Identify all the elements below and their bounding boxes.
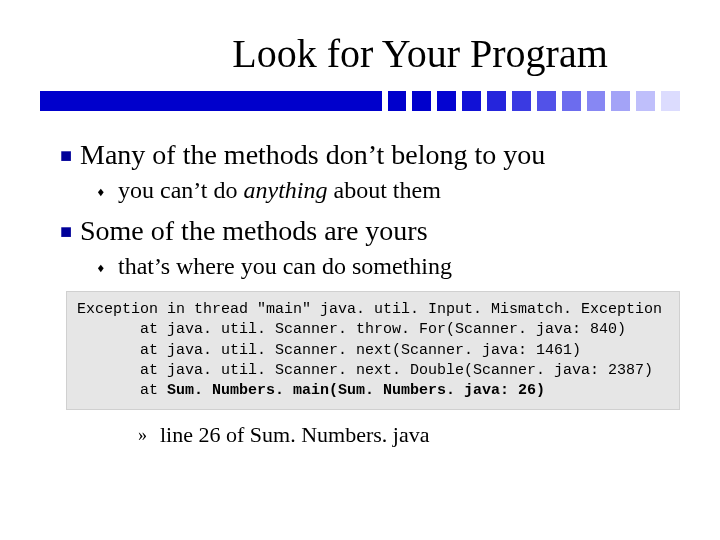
stripe-block	[388, 91, 407, 111]
diamond-bullet-icon: ⬧	[96, 253, 118, 281]
square-bullet-icon: ■	[60, 215, 80, 247]
stripe-block	[587, 91, 606, 111]
stripe-block	[636, 91, 655, 111]
stripe-block	[512, 91, 531, 111]
code-line: at java. util. Scanner. next. Double(Sca…	[77, 362, 653, 379]
stripe-block	[611, 91, 630, 111]
code-line: at java. util. Scanner. next(Scanner. ja…	[77, 342, 581, 359]
stack-trace-box: Exception in thread "main" java. util. I…	[66, 291, 680, 410]
stripe-block	[661, 91, 680, 111]
bullet-level2: ⬧ that’s where you can do something	[96, 253, 680, 281]
bullet-level2: ⬧ you can’t do anything about them	[96, 177, 680, 205]
bullet-level3: » line 26 of Sum. Numbers. java	[138, 422, 680, 448]
decorative-stripe	[40, 91, 680, 111]
slide-title: Look for Your Program	[40, 30, 680, 77]
bullet-text: Some of the methods are yours	[80, 215, 680, 247]
bullet-level1: ■ Many of the methods don’t belong to yo…	[60, 139, 680, 171]
square-bullet-icon: ■	[60, 139, 80, 171]
stripe-block	[537, 91, 556, 111]
slide: Look for Your Program ■ Many of the meth…	[0, 0, 720, 540]
content-area: ■ Many of the methods don’t belong to yo…	[40, 139, 680, 448]
stripe-solid	[40, 91, 382, 111]
stripe-block	[437, 91, 456, 111]
italic-text: anything	[244, 177, 328, 203]
stripe-block	[462, 91, 481, 111]
bullet-text: that’s where you can do something	[118, 253, 680, 280]
code-line-prefix: at	[77, 382, 167, 399]
code-line: at java. util. Scanner. throw. For(Scann…	[77, 321, 626, 338]
stripe-block	[412, 91, 431, 111]
stripe-block	[487, 91, 506, 111]
bullet-text: you can’t do anything about them	[118, 177, 680, 204]
code-line: Exception in thread "main" java. util. I…	[77, 301, 662, 318]
code-line-highlight: Sum. Numbers. main(Sum. Numbers. java: 2…	[167, 382, 545, 399]
bullet-text: Many of the methods don’t belong to you	[80, 139, 680, 171]
stripe-block	[562, 91, 581, 111]
text-segment: you can’t do	[118, 177, 244, 203]
text-segment: about them	[328, 177, 441, 203]
bullet-text: line 26 of Sum. Numbers. java	[160, 422, 680, 448]
angle-bullet-icon: »	[138, 422, 160, 448]
bullet-level1: ■ Some of the methods are yours	[60, 215, 680, 247]
diamond-bullet-icon: ⬧	[96, 177, 118, 205]
